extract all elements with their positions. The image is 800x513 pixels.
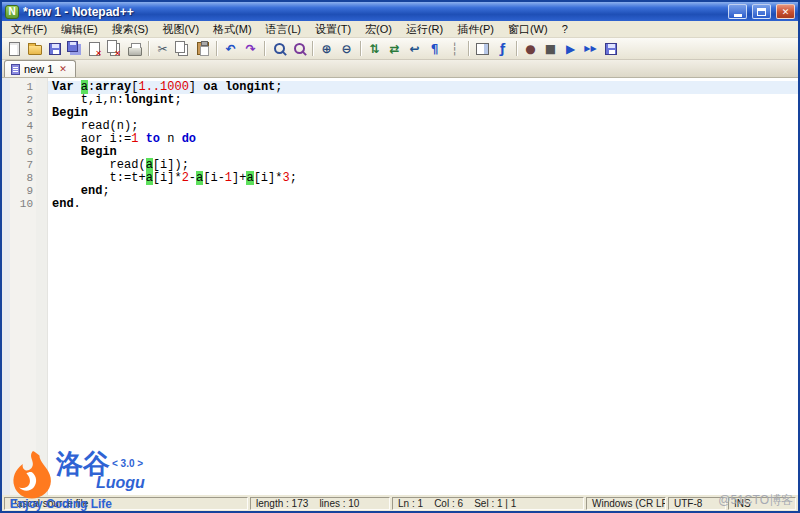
cut-icon[interactable]: ✂ — [153, 39, 172, 58]
show-all-characters-icon[interactable]: ¶ — [425, 39, 444, 58]
sync-vertical-scroll-icon[interactable]: ⇅ — [365, 39, 384, 58]
stop-recording-icon[interactable]: ■ — [541, 39, 560, 58]
toolbar-separator — [312, 41, 313, 56]
line-number[interactable]: 9 — [10, 185, 36, 198]
save-all-icon[interactable] — [65, 39, 84, 58]
menu-macro[interactable]: 宏(O) — [358, 21, 399, 38]
menu-plugins[interactable]: 插件(P) — [450, 21, 501, 38]
zoom-in-icon[interactable]: ⊕ — [317, 39, 336, 58]
line-number[interactable]: 1 — [10, 81, 36, 94]
line-number[interactable]: 10 — [10, 198, 36, 211]
indent-guide-icon[interactable]: ┆ — [445, 39, 464, 58]
tab-new-1[interactable]: new 1 ✕ — [4, 60, 76, 77]
save-macro-icon[interactable] — [601, 39, 620, 58]
notepadpp-icon: N — [5, 5, 19, 19]
save-icon[interactable] — [45, 39, 64, 58]
line-number[interactable]: 4 — [10, 120, 36, 133]
menu-language[interactable]: 语言(L) — [259, 21, 308, 38]
toolbar-separator — [360, 41, 361, 56]
code-text: end. — [48, 198, 798, 211]
code-line[interactable]: 8 t:=t+a[i]*2-a[i-1]+a[i]*3; — [2, 172, 798, 185]
line-number[interactable]: 3 — [10, 107, 36, 120]
status-doctype: Pascal source file — [4, 497, 248, 510]
tab-label: new 1 — [24, 63, 53, 75]
status-eol-format[interactable]: Windows (CR LF) — [586, 497, 666, 510]
toolbar-separator — [216, 41, 217, 56]
menu-bar: 文件(F)编辑(E)搜索(S)视图(V)格式(M)语言(L)设置(T)宏(O)运… — [2, 21, 798, 38]
toolbar-separator — [468, 41, 469, 56]
paste-icon[interactable] — [193, 39, 212, 58]
minimize-button[interactable] — [728, 4, 747, 19]
open-folder-icon[interactable] — [25, 39, 44, 58]
new-file-icon[interactable] — [5, 39, 24, 58]
code-line[interactable]: 9 end; — [2, 185, 798, 198]
copy-icon[interactable] — [173, 39, 192, 58]
toolbar-separator — [148, 41, 149, 56]
code-text: t,i,n:longint; — [48, 94, 798, 107]
record-macro-icon[interactable]: ● — [521, 39, 540, 58]
close-file-icon[interactable] — [85, 39, 104, 58]
editor[interactable]: 1Var a:array[1..1000] oa longint;2 t,i,n… — [2, 78, 798, 495]
run-macro-multiple-icon[interactable]: ▶▶ — [581, 39, 600, 58]
sync-horizontal-scroll-icon[interactable]: ⇄ — [385, 39, 404, 58]
menu-help[interactable]: ? — [555, 22, 575, 36]
toolbar-separator — [516, 41, 517, 56]
replace-icon[interactable] — [289, 39, 308, 58]
code-text: t:=t+a[i]*2-a[i-1]+a[i]*3; — [48, 172, 798, 185]
line-number[interactable]: 7 — [10, 159, 36, 172]
status-bar: Pascal source file length : 173 lines : … — [2, 495, 798, 511]
find-icon[interactable] — [269, 39, 288, 58]
redo-icon[interactable]: ↷ — [241, 39, 260, 58]
tab-bar: new 1 ✕ — [2, 60, 798, 78]
line-number[interactable]: 2 — [10, 94, 36, 107]
code-text: Begin — [48, 107, 798, 120]
code-text: aor i:=1 to n do — [48, 133, 798, 146]
notepadpp-window: N *new 1 - Notepad++ ✕ 文件(F)编辑(E)搜索(S)视图… — [0, 0, 800, 513]
document-icon — [11, 64, 20, 75]
code-text: end; — [48, 185, 798, 198]
menu-view[interactable]: 视图(V) — [155, 21, 206, 38]
maximize-button[interactable] — [752, 4, 771, 19]
line-number[interactable]: 8 — [10, 172, 36, 185]
menu-settings[interactable]: 设置(T) — [308, 21, 358, 38]
code-line[interactable]: 2 t,i,n:longint; — [2, 94, 798, 107]
word-wrap-icon[interactable]: ↩ — [405, 39, 424, 58]
minimize-icon — [734, 14, 742, 17]
status-length: length : 173 lines : 10 — [250, 497, 390, 510]
line-number[interactable]: 5 — [10, 133, 36, 146]
print-icon[interactable] — [125, 39, 144, 58]
close-all-icon[interactable] — [105, 39, 124, 58]
maximize-icon — [757, 8, 766, 16]
menu-search[interactable]: 搜索(S) — [105, 21, 156, 38]
close-icon: ✕ — [782, 7, 790, 17]
title-bar[interactable]: N *new 1 - Notepad++ ✕ — [2, 2, 798, 21]
code-line[interactable]: 5 aor i:=1 to n do — [2, 133, 798, 146]
menu-encoding[interactable]: 格式(M) — [206, 21, 259, 38]
status-encoding[interactable]: UTF-8 — [668, 497, 726, 510]
menu-file[interactable]: 文件(F) — [4, 21, 54, 38]
tab-close-icon[interactable]: ✕ — [57, 64, 69, 75]
play-macro-icon[interactable]: ▶ — [561, 39, 580, 58]
status-cursor-position: Ln : 1 Col : 6 Sel : 1 | 1 — [392, 497, 584, 510]
menu-window[interactable]: 窗口(W) — [501, 21, 555, 38]
window-title: *new 1 - Notepad++ — [23, 5, 723, 19]
undo-icon[interactable]: ↶ — [221, 39, 240, 58]
toolbar-separator — [264, 41, 265, 56]
code-area[interactable]: 1Var a:array[1..1000] oa longint;2 t,i,n… — [2, 78, 798, 211]
zoom-out-icon[interactable]: ⊖ — [337, 39, 356, 58]
status-typing-mode[interactable]: INS — [728, 497, 796, 510]
menu-run[interactable]: 运行(R) — [399, 21, 450, 38]
document-map-icon[interactable] — [473, 39, 492, 58]
toolbar: ✂↶↷⊕⊖⇅⇄↩¶┆ƒ●■▶▶▶ — [2, 38, 798, 60]
line-number[interactable]: 6 — [10, 146, 36, 159]
function-list-icon[interactable]: ƒ — [493, 39, 512, 58]
menu-edit[interactable]: 编辑(E) — [54, 21, 105, 38]
close-button[interactable]: ✕ — [776, 4, 795, 19]
code-line[interactable]: 10end. — [2, 198, 798, 211]
